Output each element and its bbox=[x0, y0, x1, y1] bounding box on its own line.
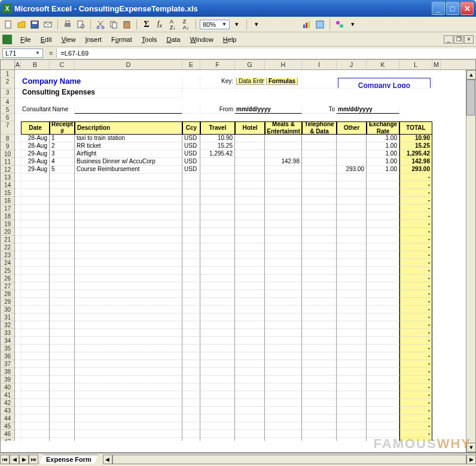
cell-empty[interactable] bbox=[200, 368, 235, 376]
cell-empty[interactable] bbox=[50, 345, 75, 352]
cell-empty[interactable] bbox=[182, 197, 200, 205]
cell-empty[interactable] bbox=[200, 383, 235, 391]
cell-empty[interactable] bbox=[367, 329, 399, 337]
cell-empty[interactable] bbox=[302, 290, 337, 298]
cell-travel[interactable] bbox=[200, 166, 235, 173]
menu-file[interactable]: File bbox=[16, 35, 36, 44]
cell-empty[interactable] bbox=[182, 430, 200, 438]
cell-tel[interactable] bbox=[302, 166, 337, 173]
col-header[interactable]: I bbox=[302, 60, 337, 69]
cell-empty[interactable] bbox=[337, 251, 367, 259]
cell-empty[interactable] bbox=[50, 267, 75, 275]
cell-empty[interactable] bbox=[367, 181, 399, 189]
new-icon[interactable] bbox=[2, 19, 14, 31]
cell-empty[interactable] bbox=[337, 376, 367, 383]
row-header[interactable]: 3 bbox=[1, 89, 14, 98]
cell-receipt[interactable]: 3 bbox=[50, 150, 75, 158]
menu-tools[interactable]: Tools bbox=[137, 35, 162, 44]
zoom-combo[interactable]: 80%▼ bbox=[200, 20, 230, 29]
menu-insert[interactable]: Insert bbox=[80, 35, 106, 44]
cell-travel[interactable]: 10.90 bbox=[200, 135, 235, 142]
cell-empty[interactable] bbox=[337, 197, 367, 205]
col-header[interactable]: B bbox=[21, 60, 50, 69]
row-header[interactable]: 5 bbox=[1, 106, 14, 114]
cell-meals[interactable] bbox=[265, 142, 302, 150]
cell-empty[interactable] bbox=[21, 321, 50, 329]
cell-empty[interactable] bbox=[182, 306, 200, 313]
cell-empty[interactable] bbox=[21, 352, 50, 360]
cell-empty[interactable] bbox=[200, 212, 235, 220]
cell-empty[interactable] bbox=[302, 267, 337, 275]
cell-empty[interactable] bbox=[265, 438, 302, 441]
cell-empty[interactable] bbox=[367, 236, 399, 243]
row-header[interactable]: 17 bbox=[1, 205, 14, 212]
cell-empty[interactable] bbox=[200, 290, 235, 298]
cell-empty[interactable] bbox=[50, 275, 75, 282]
cell-empty[interactable] bbox=[265, 399, 302, 407]
cell-empty[interactable] bbox=[235, 415, 265, 422]
menu-help[interactable]: Help bbox=[218, 35, 242, 44]
cell-empty[interactable] bbox=[337, 415, 367, 422]
cell-empty[interactable] bbox=[367, 415, 399, 422]
cell-empty[interactable] bbox=[302, 173, 337, 181]
menu-data[interactable]: Data bbox=[161, 35, 185, 44]
cell-empty[interactable] bbox=[265, 212, 302, 220]
cell-empty[interactable] bbox=[302, 275, 337, 282]
cell-empty[interactable] bbox=[50, 352, 75, 360]
scroll-up-icon[interactable]: ▲ bbox=[466, 70, 476, 80]
cell-empty[interactable] bbox=[200, 430, 235, 438]
row-header[interactable]: 43 bbox=[1, 407, 14, 415]
cell-empty[interactable] bbox=[302, 306, 337, 313]
cell-empty[interactable] bbox=[235, 275, 265, 282]
cell-empty[interactable] bbox=[302, 189, 337, 197]
cell-empty[interactable] bbox=[302, 352, 337, 360]
cell-empty[interactable] bbox=[265, 352, 302, 360]
cell-empty[interactable] bbox=[182, 352, 200, 360]
cell-other[interactable] bbox=[337, 142, 367, 150]
cell-empty[interactable] bbox=[337, 282, 367, 290]
cell-empty[interactable] bbox=[302, 430, 337, 438]
cell-empty[interactable] bbox=[235, 313, 265, 321]
row-header[interactable]: 36 bbox=[1, 352, 14, 360]
toolbar-dropdown-icon-2[interactable]: ▾ bbox=[251, 19, 263, 31]
cell-empty[interactable] bbox=[200, 173, 235, 181]
cell-empty[interactable] bbox=[21, 173, 50, 181]
cell-empty[interactable] bbox=[337, 407, 367, 415]
cell-empty[interactable] bbox=[75, 282, 182, 290]
cell-empty[interactable] bbox=[302, 438, 337, 441]
cell-empty[interactable] bbox=[182, 376, 200, 383]
col-header[interactable]: E bbox=[182, 60, 200, 69]
cell-empty[interactable] bbox=[50, 251, 75, 259]
cell-empty[interactable] bbox=[302, 313, 337, 321]
cell-empty[interactable] bbox=[265, 220, 302, 228]
cell-empty[interactable] bbox=[337, 321, 367, 329]
cell-empty[interactable] bbox=[337, 352, 367, 360]
cell-empty[interactable] bbox=[367, 376, 399, 383]
cell-empty[interactable] bbox=[21, 438, 50, 441]
cell-empty[interactable] bbox=[302, 321, 337, 329]
cell-empty[interactable] bbox=[337, 422, 367, 430]
cell-empty[interactable] bbox=[337, 337, 367, 345]
col-header[interactable]: H bbox=[265, 60, 302, 69]
cell-empty[interactable] bbox=[302, 282, 337, 290]
cell-empty[interactable] bbox=[200, 321, 235, 329]
row-header[interactable]: 25 bbox=[1, 267, 14, 275]
row-header[interactable]: 4 bbox=[1, 98, 14, 106]
paste-icon[interactable] bbox=[121, 19, 133, 31]
cell-empty[interactable] bbox=[200, 376, 235, 383]
cell-empty[interactable] bbox=[367, 352, 399, 360]
row-header[interactable]: 12 bbox=[1, 166, 14, 173]
row-header[interactable]: 20 bbox=[1, 228, 14, 236]
cell-empty[interactable] bbox=[50, 360, 75, 368]
cell-empty[interactable] bbox=[265, 360, 302, 368]
cell-desc[interactable]: RR ticket bbox=[75, 142, 182, 150]
cell-empty[interactable] bbox=[21, 407, 50, 415]
cell-empty[interactable] bbox=[200, 298, 235, 306]
cell-empty[interactable] bbox=[235, 236, 265, 243]
cell-empty[interactable] bbox=[235, 197, 265, 205]
menu-edit[interactable]: Edit bbox=[36, 35, 57, 44]
cell-empty[interactable] bbox=[200, 220, 235, 228]
vertical-scrollbar[interactable]: ▲ ▼ bbox=[466, 70, 475, 452]
cell-travel[interactable]: 1,295.42 bbox=[200, 150, 235, 158]
sort-asc-icon[interactable]: AZ↓ bbox=[167, 19, 179, 31]
